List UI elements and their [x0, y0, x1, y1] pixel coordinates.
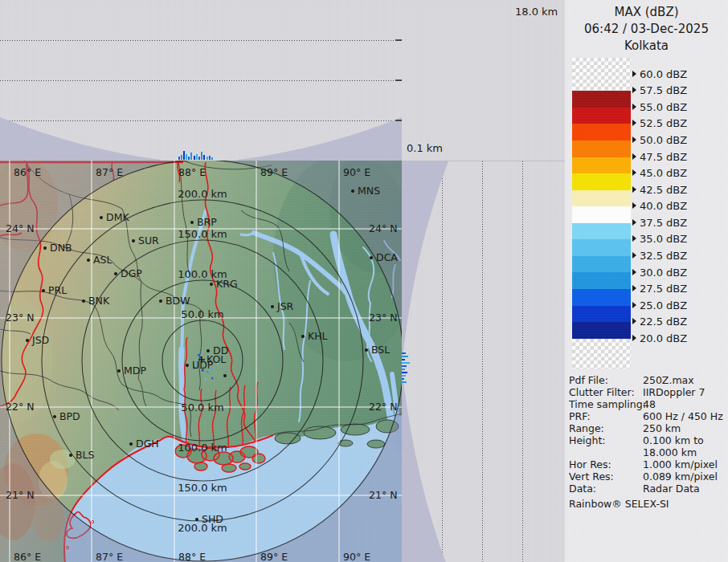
metadata-label: Hor Res:: [569, 458, 611, 470]
profile-echo-bar: [203, 155, 205, 160]
colorbar-cell: [572, 173, 631, 190]
range-ring-label: 150.0 km: [178, 228, 227, 240]
city-dot: [26, 339, 29, 342]
metadata-label: Pdf File:: [569, 374, 608, 386]
parallel-label: 22° N: [369, 401, 397, 413]
colorbar-cell: [572, 289, 631, 306]
dbz-tick: 52.5 dBZ: [632, 117, 687, 130]
dbz-tick: 50.0 dBZ: [632, 134, 687, 147]
city-label: DD: [213, 344, 228, 356]
parallel-label: 23° N: [6, 312, 34, 324]
side-profile-graphic: [402, 161, 565, 562]
metadata-row: Hor Res:1.000 km/pixel: [569, 458, 726, 470]
range-ring-label: 50.0 km: [181, 308, 223, 320]
metadata-row: PRF:600 Hz / 450 Hz: [569, 410, 726, 422]
city-dot: [190, 221, 194, 224]
dbz-tick: 45.0 dBZ: [632, 167, 687, 180]
product-title: MAX (dBZ): [565, 4, 728, 21]
city-label: BLS: [76, 449, 95, 461]
city-dot: [301, 335, 305, 338]
tick-arrow-icon: [632, 235, 636, 242]
city-label: BSL: [371, 344, 390, 356]
city-dot: [195, 518, 198, 521]
city-label: DMK: [106, 211, 129, 223]
metadata-label: Clutter Filter:: [569, 386, 635, 398]
profile-echo-bar: [207, 157, 208, 160]
colorbar-cell: [572, 140, 631, 157]
city-dot: [210, 283, 213, 286]
colorbar-cell: [572, 91, 631, 108]
metadata-label: Data:: [569, 483, 596, 495]
colorbar-cell: [572, 306, 631, 323]
colorbar-cell: [572, 157, 631, 174]
range-ring-label: 50.0 km: [181, 401, 223, 413]
metadata-value: 600 Hz / 450 Hz: [643, 410, 723, 422]
city-dot: [271, 305, 274, 308]
city-dot: [159, 299, 162, 303]
tick-arrow-icon: [632, 219, 636, 226]
metadata-value: IIRDoppler 7: [643, 386, 705, 398]
meridian-label: 87° E: [96, 166, 123, 178]
tick-arrow-icon: [632, 318, 636, 324]
metadata-value: 0.100 km to: [643, 434, 704, 446]
tick-arrow-icon: [632, 120, 636, 126]
city-dot: [100, 216, 103, 219]
dbz-tick: 22.5 dBZ: [632, 316, 687, 328]
profile-echo-bar: [402, 375, 406, 377]
profile-echo-bar: [402, 362, 410, 364]
height-axis-max-label: 18.0 km: [515, 6, 558, 18]
meridian-label: 88° E: [178, 551, 206, 562]
tick-arrow-icon: [632, 104, 636, 110]
parallel-label: 24° N: [6, 222, 34, 234]
profile-echo-bar: [188, 157, 190, 160]
tick-arrow-icon: [632, 335, 636, 341]
meridian-label: 89° E: [260, 551, 288, 562]
city-dot: [223, 374, 227, 377]
dbz-tick: 37.5 dBZ: [632, 217, 687, 230]
city-dot: [69, 454, 72, 457]
echo-cell: [207, 371, 208, 373]
meridian-label: 89° E: [260, 166, 288, 178]
profile-echo-bar: [178, 157, 180, 160]
station-name: Kolkata: [565, 38, 728, 55]
parallel-label: 21° N: [369, 489, 397, 501]
parallel-label: 21° N: [6, 489, 34, 501]
city-label: DNB: [50, 242, 72, 254]
dbz-tick: 57.5 dBZ: [632, 84, 687, 97]
city-label: DCA: [376, 251, 398, 263]
range-ring-label: 200.0 km: [178, 188, 227, 200]
radar-display-window: 18.0 km 0.1 km: [0, 0, 728, 562]
vertical-profile-top-panel: [0, 0, 402, 161]
metadata-row: Time sampling:48: [569, 398, 726, 410]
city-dot: [132, 239, 135, 242]
city-dot: [370, 256, 373, 259]
meridian-label: 87° E: [96, 551, 123, 562]
metadata-row: Pdf File:250Z.max: [569, 374, 726, 386]
city-label: MNS: [358, 185, 380, 197]
profile-echo-bar: [198, 157, 200, 160]
dbz-tick: 55.0 dBZ: [632, 101, 687, 114]
echo-cell: [211, 377, 213, 379]
metadata-label: PRF:: [569, 410, 591, 422]
city-label: BRP: [197, 216, 217, 228]
metadata-value: 250 km: [643, 422, 681, 434]
city-label: KRG: [216, 278, 238, 290]
tick-arrow-icon: [632, 71, 636, 77]
parallel-label: 24° N: [369, 222, 397, 234]
metadata-label: Height:: [569, 434, 606, 446]
metadata-value: Radar Data: [643, 483, 700, 495]
profile-echo-bar: [402, 352, 406, 354]
city-label: KHL: [308, 330, 328, 342]
profile-echo-bar: [190, 153, 192, 160]
city-dot: [186, 364, 189, 367]
range-ring-label: 150.0 km: [178, 482, 227, 494]
colorbar-cell: [572, 206, 631, 223]
vertical-profile-side-panel: [402, 161, 565, 562]
tick-arrow-icon: [632, 302, 636, 308]
metadata-row: Clutter Filter:IIRDoppler 7: [569, 386, 726, 398]
metadata-value: 18.000 km: [643, 446, 697, 458]
city-dot: [129, 442, 133, 446]
colorbar-cell: [572, 108, 631, 124]
range-ring-label: 100.0 km: [178, 442, 227, 454]
city-dot: [114, 272, 117, 275]
